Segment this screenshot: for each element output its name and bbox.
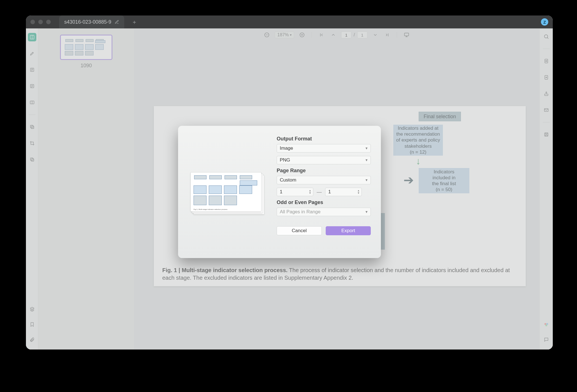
output-type-value: Image <box>280 145 293 151</box>
user-avatar[interactable]: Z <box>541 18 548 26</box>
page-from-input[interactable]: 1 ▲▼ <box>277 188 313 196</box>
output-format-value: PNG <box>280 157 290 163</box>
page-range-label: Page Range <box>277 168 371 174</box>
output-format-label: Output Format <box>277 136 371 142</box>
chevron-down-icon: ▼ <box>365 210 368 214</box>
page-range-value: Custom <box>280 177 296 183</box>
stepper-icon[interactable]: ▲▼ <box>309 189 311 194</box>
minimize-window-button[interactable] <box>38 20 43 24</box>
app-window: s43016-023-00885-9 ＋ Z <box>26 15 553 350</box>
export-form: Output Format Image ▼ PNG ▼ Page Range C… <box>274 126 381 258</box>
maximize-window-button[interactable] <box>46 20 51 24</box>
oddeven-select[interactable]: All Pages in Range ▼ <box>277 208 371 216</box>
chevron-down-icon: ▼ <box>365 146 368 150</box>
export-preview-pane: Fig.1 | Multi-stage indicator selection … <box>178 126 274 258</box>
oddeven-value: All Pages in Range <box>280 209 321 215</box>
tab-title: s43016-023-00885-9 <box>64 19 111 25</box>
dialog-buttons: Cancel Export <box>277 226 371 235</box>
page-from-value: 1 <box>280 189 282 195</box>
edit-tab-icon[interactable] <box>115 20 119 24</box>
export-dialog: Fig.1 | Multi-stage indicator selection … <box>178 126 381 258</box>
output-format-select[interactable]: PNG ▼ <box>277 156 371 164</box>
export-button[interactable]: Export <box>326 226 371 235</box>
chevron-down-icon: ▼ <box>365 178 368 182</box>
range-dash: — <box>317 189 322 195</box>
cancel-button[interactable]: Cancel <box>277 226 322 235</box>
chrome-area: 1090 187% ▾ / <box>26 28 553 350</box>
page-range-select[interactable]: Custom ▼ <box>277 176 371 184</box>
close-window-button[interactable] <box>30 20 35 24</box>
page-range-row: 1 ▲▼ — 1 ▲▼ <box>277 188 371 196</box>
output-type-select[interactable]: Image ▼ <box>277 144 371 153</box>
chevron-down-icon: ▼ <box>365 158 368 162</box>
oddeven-label: Odd or Even Pages <box>277 200 371 205</box>
page-to-input[interactable]: 1 ▲▼ <box>325 188 362 196</box>
titlebar: s43016-023-00885-9 ＋ Z <box>26 15 553 28</box>
stepper-icon[interactable]: ▲▼ <box>357 189 360 194</box>
window-controls <box>30 20 51 24</box>
new-tab-button[interactable]: ＋ <box>132 18 137 26</box>
preview-stack: Fig.1 | Multi-stage indicator selection … <box>190 172 261 212</box>
page-to-value: 1 <box>328 189 331 195</box>
document-tab[interactable]: s43016-023-00885-9 <box>59 15 124 28</box>
